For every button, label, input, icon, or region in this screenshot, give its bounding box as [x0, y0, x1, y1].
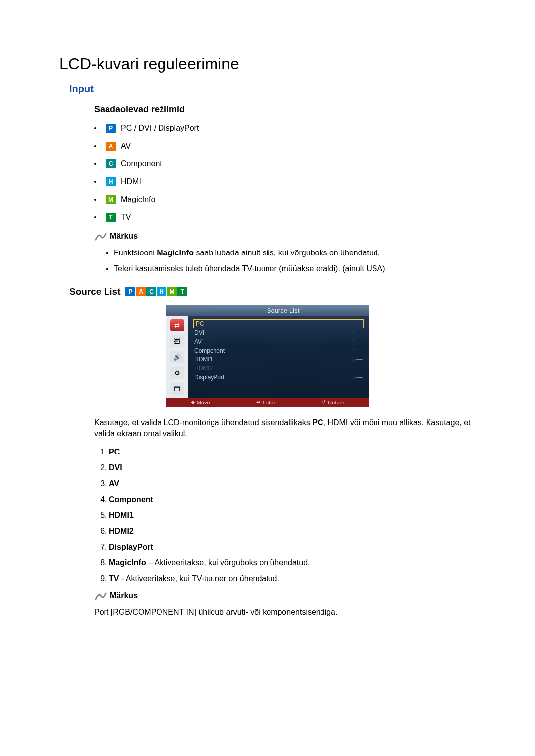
note1-bold: MagicInfo	[157, 249, 194, 257]
osd-row-av: AV: ----	[193, 337, 364, 346]
ol-magicinfo: MagicInfo – Aktiveeritakse, kui võrgubok…	[109, 558, 490, 567]
bullet-icon	[94, 127, 96, 129]
osd-panel: Source List ⇄ 🖼 🔊 ⚙ 🗔 PC---- DVI: ---- A…	[166, 305, 369, 407]
osd-side-setup-icon: ⚙	[170, 367, 184, 379]
final-note: Port [RGB/COMPONENT IN] ühildub arvuti- …	[94, 608, 490, 617]
osd-side-sound-icon: 🔊	[170, 351, 184, 363]
mode-tv-label: TV	[121, 213, 131, 222]
osd-footer-move: ◆ Move	[191, 399, 210, 405]
mode-magicinfo: M MagicInfo	[94, 195, 490, 204]
ol-dvi: DVI	[109, 463, 490, 472]
note-item-1: Funktsiooni MagicInfo saab lubada ainult…	[114, 249, 490, 257]
osd-side-source-icon: ⇄	[170, 319, 184, 331]
note-item-2: Teleri kasutamiseks tuleb ühendada TV-tu…	[114, 264, 490, 273]
mode-tv: T TV	[94, 213, 490, 222]
badge-c-icon: C	[106, 159, 116, 168]
osd-footer: ◆ Move ↵ Enter ↺ Return	[166, 398, 369, 407]
ol-component: Component	[109, 495, 490, 504]
mode-hdmi-label: HDMI	[121, 177, 141, 186]
badge-m-icon: M	[106, 195, 116, 204]
bullet-icon	[94, 181, 96, 183]
para1-bold: PC	[312, 418, 323, 427]
badge-h-icon: H	[106, 177, 116, 186]
osd-footer-enter: ↵ Enter	[256, 399, 275, 405]
osd-row-displayport: DisplayPort: ----	[193, 373, 364, 382]
badge-p-icon: P	[106, 124, 116, 133]
osd-screenshot: Source List ⇄ 🖼 🔊 ⚙ 🗔 PC---- DVI: ---- A…	[45, 305, 490, 407]
note-label: Märkus	[110, 591, 138, 600]
osd-list: PC---- DVI: ---- AV: ---- Component: ---…	[188, 316, 369, 398]
page-title: LCD-kuvari reguleerimine	[59, 55, 490, 73]
modes-list: P PC / DVI / DisplayPort A AV C Componen…	[94, 124, 490, 222]
mode-component: C Component	[94, 159, 490, 168]
ol-tv: TV - Aktiveeritakse, kui TV-tuuner on üh…	[109, 574, 490, 583]
badge-t-icon: T	[106, 213, 116, 222]
bullet-icon	[94, 163, 96, 165]
top-rule	[45, 35, 490, 35]
osd-sidebar: ⇄ 🖼 🔊 ⚙ 🗔	[166, 316, 188, 398]
badges-row: P A C H M T	[125, 287, 187, 296]
source-ordered-list: PC DVI AV Component HDMI1 HDMI2 DisplayP…	[109, 448, 490, 583]
bottom-rule	[45, 642, 490, 642]
note-icon	[94, 231, 107, 242]
badge-c-icon: C	[146, 287, 156, 296]
source-list-heading-row: Source List P A C H M T	[69, 286, 490, 297]
note-bullets: Funktsiooni MagicInfo saab lubada ainult…	[114, 249, 490, 273]
source-list-heading: Source List	[69, 286, 120, 297]
para1-pre: Kasutage, et valida LCD-monitoriga ühend…	[94, 418, 312, 427]
badge-a-icon: A	[136, 287, 146, 296]
osd-side-multi-icon: 🗔	[170, 383, 184, 395]
note-heading-1: Märkus	[94, 231, 490, 242]
badge-m-icon: M	[167, 287, 177, 296]
osd-row-dvi: DVI: ----	[193, 328, 364, 337]
mode-component-label: Component	[121, 159, 162, 168]
note-icon	[94, 590, 107, 601]
mode-pc-label: PC / DVI / DisplayPort	[121, 124, 199, 133]
ol-pc: PC	[109, 448, 490, 456]
mode-hdmi: H HDMI	[94, 177, 490, 186]
ol-av: AV	[109, 479, 490, 488]
ol-magicinfo-desc: – Aktiveeritakse, kui võrguboks on ühend…	[146, 558, 310, 567]
ol-tv-desc: - Aktiveeritakse, kui TV-tuuner on ühend…	[119, 574, 279, 583]
bullet-icon	[94, 199, 96, 201]
note1-pre: Funktsiooni	[114, 249, 157, 257]
section-input: Input	[69, 83, 490, 95]
note-heading-2: Märkus	[94, 590, 490, 601]
note-label: Märkus	[110, 232, 138, 241]
osd-side-picture-icon: 🖼	[170, 335, 184, 347]
badge-h-icon: H	[157, 287, 166, 296]
ol-displayport: DisplayPort	[109, 543, 490, 552]
ol-hdmi2: HDMI2	[109, 527, 490, 536]
bullet-icon	[94, 145, 96, 147]
mode-pc: P PC / DVI / DisplayPort	[94, 124, 490, 133]
osd-header: Source List	[166, 305, 369, 316]
osd-row-hdmi2: HDMI2	[193, 364, 364, 373]
page: LCD-kuvari reguleerimine Input Saadaolev…	[0, 0, 535, 672]
bullet-icon	[94, 216, 96, 218]
mode-av: A AV	[94, 142, 490, 151]
badge-t-icon: T	[177, 287, 187, 296]
mode-magicinfo-label: MagicInfo	[121, 195, 155, 204]
badge-a-icon: A	[106, 142, 116, 151]
note1-post: saab lubada ainult siis, kui võrguboks o…	[194, 249, 380, 257]
osd-row-pc: PC----	[193, 319, 364, 328]
available-modes-heading: Saadaolevad režiimid	[94, 104, 490, 115]
osd-row-component: Component: ----	[193, 346, 364, 355]
osd-title: Source List	[198, 307, 369, 314]
ol-hdmi1: HDMI1	[109, 511, 490, 520]
osd-footer-return: ↺ Return	[321, 399, 344, 405]
badge-p-icon: P	[125, 287, 135, 296]
osd-row-hdmi1: HDMI1: ----	[193, 355, 364, 364]
source-list-description: Kasutage, et valida LCD-monitoriga ühend…	[94, 417, 481, 440]
mode-av-label: AV	[121, 142, 131, 151]
